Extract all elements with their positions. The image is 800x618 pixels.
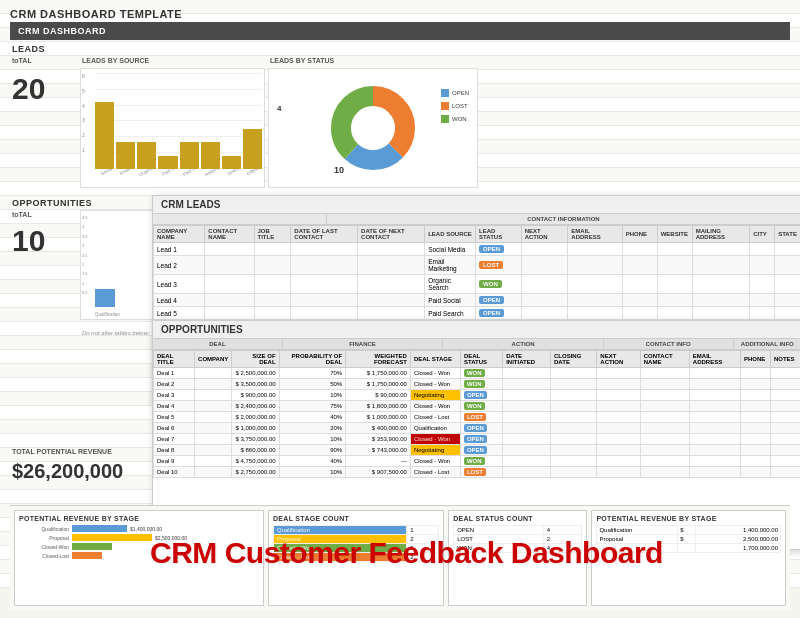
opp-total-number: 10 [12,224,45,258]
pie-label-open: 4 [277,104,281,113]
leads-section-label: LEADS [12,44,45,54]
leads-row: Lead 4 Paid Social OPEN [154,294,801,307]
status-count-row: OPEN 4 [454,526,582,535]
big-overlay-title: CRM Customer Feedback Dashboard [150,536,663,570]
opp-row: Deal 10 $ 2,750,000.00 10% $ 907,500.00 … [154,467,801,478]
crm-header-bar: CRM DASHBOARD [10,22,790,40]
revenue-label: TOTAL POTENTIAL REVENUE [12,448,112,455]
legend-lost: LOST [441,102,469,110]
revenue-row: Qualification $ 1,400,000.00 [597,526,781,535]
lead-notes: Do not alter tables below: [82,330,150,336]
opp-row: Deal 1 $ 2,500,000.00 70% $ 1,750,000.00… [154,368,801,379]
leads-total-label: toTAL [12,57,32,64]
leads-column-header-row: CONTACT INFORMATION [153,214,800,225]
leads-row: Lead 2 Email Marketing LOST [154,256,801,275]
stage-count-row: Qualification 1 [274,526,439,535]
revenue-number: $26,200,000 [12,460,123,483]
opp-row: Deal 2 $ 3,500,000.00 50% $ 1,750,000.00… [154,379,801,390]
bar-item [201,142,220,169]
bar-item [180,142,199,169]
opp-row: Deal 7 $ 3,750,000.00 10% $ 353,900.00 C… [154,434,801,445]
opp-row: Deal 9 $ 4,750,000.00 40% — Closed - Won… [154,456,801,467]
bars-group [95,89,262,169]
revenue-bar-qualification: Qualification $1,400,000.00 [19,525,259,532]
pie-chart-svg [328,83,418,173]
leads-row: Lead 3 Organic Search WON [154,275,801,294]
pie-legend: OPEN LOST WON [441,89,469,123]
leads-by-status-chart: 4 10 OPEN LOST WON [268,68,478,188]
bar-item [95,102,114,169]
leads-by-source-label: LEADS BY SOURCE [82,57,149,64]
opp-row: Deal 6 $ 1,000,000.00 20% $ 400,000.00 Q… [154,423,801,434]
opp-row: Deal 4 $ 2,400,000.00 75% $ 1,800,000.00… [154,401,801,412]
leads-total-number: 20 [12,72,45,106]
x-axis-labels: Social Email Organic Paid S. Paid Sr Ref… [95,169,262,187]
opp-section-headers: DEAL FINANCE ACTION CONTACT INFO ADDITIO… [153,339,800,350]
opp-row: Deal 3 $ 900,000.00 10% $ 90,000.00 Nego… [154,390,801,401]
opp-total-label: toTAL [12,211,32,218]
opp-panel-header: OPPORTUNITIES [153,321,800,339]
deal-stage-count-title: DEAL STAGE COUNT [273,515,439,522]
opp-row: Deal 8 $ 860,000.00 90% $ 743,000.00 Neg… [154,445,801,456]
bar-item [222,156,241,169]
leads-row: Lead 1 Social Media OPEN [154,243,801,256]
bar-item [116,142,135,169]
opp-table: DEAL TITLE COMPANY SIZE OF DEAL PROBABIL… [153,350,800,478]
leads-by-source-chart: 6 5 4 3 2 1 [80,68,265,188]
pie-label-won: 10 [334,165,344,175]
crm-leads-panel-header: CRM LEADS [153,196,800,214]
legend-open: OPEN [441,89,469,97]
leads-by-status-label: LEADS BY STATUS [270,57,334,64]
revenue-by-stage-title: POTENTIAL REVENUE BY STAGE [19,515,259,522]
bar-item [158,156,177,169]
deal-status-count-title: DEAL STATUS COUNT [453,515,582,522]
leads-row: Lead 5 Paid Search OPEN [154,307,801,320]
contact-info-header: CONTACT INFORMATION [327,214,800,224]
main-container: CRM DASHBOARD TEMPLATE CRM DASHBOARD LEA… [0,0,800,618]
y-axis-labels: 6 5 4 3 2 1 [82,73,85,153]
legend-won: WON [441,115,469,123]
bar-item [137,142,156,169]
page-title: CRM DASHBOARD TEMPLATE [10,8,182,20]
opportunities-section-label: OPPORTUNITIES [12,198,92,208]
crm-header-label: CRM DASHBOARD [18,26,106,36]
svg-point-3 [355,110,391,146]
opp-row: Deal 5 $ 2,000,000.00 40% $ 1,000,000.00… [154,412,801,423]
bar-item [243,129,262,169]
potential-revenue-stage-title: POTENTIAL REVENUE BY STAGE [596,515,781,522]
